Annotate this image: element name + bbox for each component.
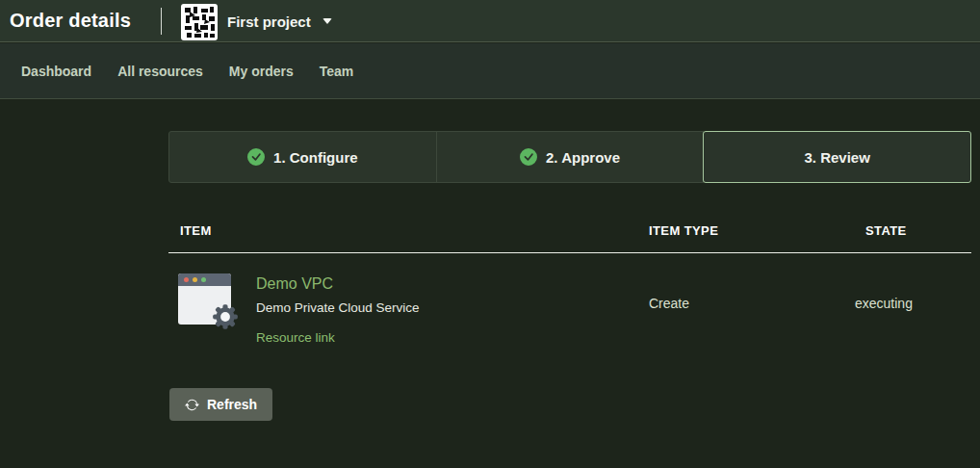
- refresh-button[interactable]: Refresh: [169, 388, 272, 421]
- check-circle-icon: [247, 148, 265, 166]
- nav-item-dashboard[interactable]: Dashboard: [21, 64, 91, 79]
- item-cell: Demo VPC Demo Private Cloud Service Reso…: [168, 273, 649, 345]
- chevron-down-icon: [322, 18, 332, 24]
- main-content: 1. Configure 2. Approve 3. Review ITEM I…: [168, 131, 971, 345]
- step-approve[interactable]: 2. Approve: [436, 131, 705, 183]
- state-value: executing: [852, 296, 971, 323]
- page-title: Order details: [10, 10, 131, 32]
- step-label: 2. Approve: [546, 149, 620, 166]
- column-header-item: ITEM: [168, 223, 649, 238]
- step-label: 3. Review: [804, 149, 869, 166]
- project-switcher[interactable]: First project: [181, 0, 332, 42]
- window-dot-red: [184, 277, 189, 282]
- project-logo-icon: [181, 4, 218, 40]
- table-header-row: ITEM ITEM TYPE STATE: [168, 214, 971, 253]
- item-description: Demo Private Cloud Service: [256, 300, 420, 315]
- item-type-value: Create: [649, 296, 852, 323]
- step-label: 1. Configure: [273, 149, 358, 166]
- gear-icon: [212, 303, 239, 330]
- header-divider: [161, 8, 162, 35]
- order-details-page: Order details: [0, 0, 980, 468]
- step-configure[interactable]: 1. Configure: [168, 131, 437, 183]
- step-review[interactable]: 3. Review: [703, 131, 971, 183]
- project-name: First project: [227, 13, 311, 30]
- table-row: Demo VPC Demo Private Cloud Service Reso…: [168, 253, 971, 345]
- top-header: Order details: [0, 0, 980, 42]
- item-name-link[interactable]: Demo VPC: [256, 275, 420, 293]
- check-circle-icon: [520, 148, 537, 166]
- refresh-icon: [185, 398, 199, 412]
- column-header-item-type: ITEM TYPE: [649, 223, 852, 238]
- nav-item-all-resources[interactable]: All resources: [117, 64, 203, 79]
- column-header-state: STATE: [852, 223, 971, 238]
- nav-item-my-orders[interactable]: My orders: [229, 64, 294, 79]
- main-nav: Dashboard All resources My orders Team: [0, 43, 980, 99]
- refresh-button-label: Refresh: [207, 397, 257, 412]
- item-text-block: Demo VPC Demo Private Cloud Service Reso…: [256, 273, 420, 345]
- window-dot-amber: [193, 277, 197, 282]
- window-dot-green: [201, 277, 206, 282]
- service-icon: [178, 273, 231, 325]
- resource-link[interactable]: Resource link: [256, 330, 420, 345]
- order-items-table: ITEM ITEM TYPE STATE: [168, 214, 971, 345]
- nav-item-team[interactable]: Team: [320, 64, 354, 79]
- order-stepper: 1. Configure 2. Approve 3. Review: [168, 131, 971, 183]
